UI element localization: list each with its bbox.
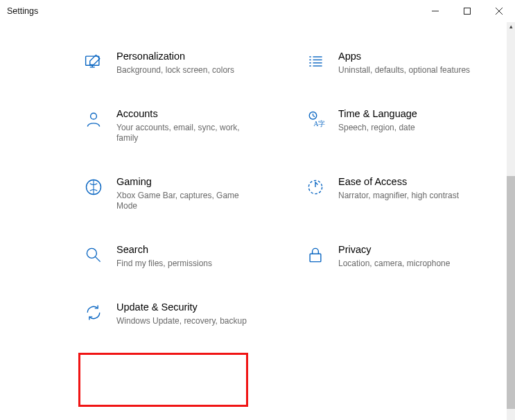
tile-update-security[interactable]: Update & SecurityWindows Update, recover… [83,301,277,326]
tile-subtitle: Location, camera, microphone [338,259,450,269]
window-title: Settings [7,6,38,16]
tile-subtitle: Xbox Game Bar, captures, Game Mode [116,191,255,211]
settings-grid: PersonalizationBackground, lock screen, … [83,50,499,326]
tile-privacy[interactable]: PrivacyLocation, camera, microphone [305,243,499,269]
tile-apps[interactable]: AppsUninstall, defaults, optional featur… [305,50,499,76]
tile-title: Search [116,243,212,256]
tile-accounts[interactable]: AccountsYour accounts, email, sync, work… [83,107,277,143]
tile-subtitle: Windows Update, recovery, backup [116,316,247,326]
tile-title: Ease of Access [338,175,459,188]
tile-labels: AppsUninstall, defaults, optional featur… [338,50,470,76]
tile-subtitle: Speech, region, date [338,123,417,133]
tile-labels: AccountsYour accounts, email, sync, work… [116,107,255,143]
tile-labels: Update & SecurityWindows Update, recover… [116,301,247,326]
apps-icon [305,51,326,72]
tile-subtitle: Background, lock screen, colors [116,65,234,76]
maximize-button[interactable] [451,0,483,22]
window-controls [419,0,515,22]
tile-title: Accounts [116,107,255,120]
update-security-icon [83,302,104,323]
tile-subtitle: Your accounts, email, sync, work, family [116,123,255,143]
tile-gaming[interactable]: GamingXbox Game Bar, captures, Game Mode [83,175,277,211]
search-icon [83,245,104,265]
tile-labels: SearchFind my files, permissions [116,243,212,269]
ease-of-access-icon [305,177,326,198]
tile-search[interactable]: SearchFind my files, permissions [83,243,277,269]
close-button[interactable] [483,0,515,22]
tile-title: Privacy [338,243,450,256]
tile-labels: PersonalizationBackground, lock screen, … [116,50,234,76]
scrollbar-thumb[interactable] [507,176,515,409]
svg-rect-1 [464,8,471,15]
tile-subtitle: Find my files, permissions [116,259,212,269]
gaming-icon [83,177,104,198]
window-titlebar: Settings [0,0,515,22]
tile-labels: PrivacyLocation, camera, microphone [338,243,450,269]
tile-labels: Ease of AccessNarrator, magnifier, high … [338,175,459,201]
scrollbar-up-arrow[interactable]: ▴ [507,22,515,30]
tile-title: Time & Language [338,107,417,120]
personalization-icon [83,51,104,72]
tile-ease-of-access[interactable]: Ease of AccessNarrator, magnifier, high … [305,175,499,211]
tile-title: Apps [338,50,470,62]
privacy-icon [305,245,326,265]
tile-time-language[interactable]: Time & LanguageSpeech, region, date [305,107,499,143]
tile-title: Gaming [116,175,255,188]
settings-content: PersonalizationBackground, lock screen, … [0,22,507,420]
time-language-icon [305,109,326,130]
tile-title: Update & Security [116,301,247,313]
minimize-button[interactable] [419,0,451,22]
tile-personalization[interactable]: PersonalizationBackground, lock screen, … [83,50,277,76]
tile-labels: GamingXbox Game Bar, captures, Game Mode [116,175,255,211]
tile-title: Personalization [116,50,234,62]
tile-labels: Time & LanguageSpeech, region, date [338,107,417,133]
tile-subtitle: Uninstall, defaults, optional features [338,65,470,76]
tile-subtitle: Narrator, magnifier, high contrast [338,191,459,201]
accounts-icon [83,109,104,130]
